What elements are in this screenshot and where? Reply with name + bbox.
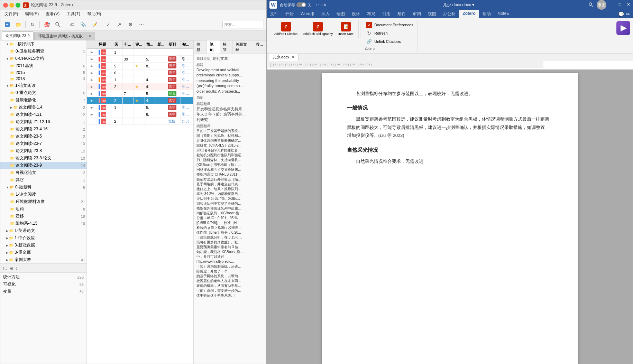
- add-edit-citation-btn[interactable]: Z Add/Edit Citation: [272, 21, 300, 37]
- sidebar-item-1-zhongjie[interactable]: ▶ 📁 1-中介效应: [0, 234, 86, 242]
- tab-huanjing[interactable]: 环境卫生学 第8版 - 杨克敌... ✕: [34, 32, 95, 40]
- tab-notes[interactable]: 笔记: [207, 40, 220, 54]
- autosave-toggle[interactable]: [296, 2, 306, 7]
- table-row[interactable]: ▶ PDF 1 5. 医学 引...: [87, 104, 193, 111]
- tab-mail[interactable]: 邮件: [394, 10, 409, 18]
- sidebar-item-2018[interactable]: 📁 2018 3: [0, 76, 86, 82]
- insert-note-btn[interactable]: 📝 Insert Note: [336, 21, 356, 37]
- col-impact[interactable]: 影...: [156, 40, 167, 48]
- tab-office[interactable]: 办公标: [440, 10, 459, 18]
- tab-word[interactable]: Word排: [297, 10, 318, 18]
- max-btn[interactable]: [16, 3, 20, 8]
- sidebar-item-0-zhongdian[interactable]: 📁 0-重点论文 6: [0, 89, 86, 96]
- tab-advanced[interactable]: 搜...: [253, 40, 266, 54]
- tab-design[interactable]: 设计: [348, 10, 364, 18]
- tag-keshihua[interactable]: 可视化 63: [2, 281, 85, 288]
- advanced-btn[interactable]: ⋯: [137, 20, 146, 29]
- maximize-btn[interactable]: □: [619, 2, 621, 8]
- table-row[interactable]: ▶ PDF 1: [87, 49, 193, 56]
- table-row[interactable]: ▶ PDF 0 医学 引...: [87, 69, 193, 76]
- tab-tags[interactable]: 标签: [220, 40, 233, 54]
- sync-btn[interactable]: ↻: [28, 20, 37, 29]
- sidebar-item-sort[interactable]: ▼ 📁 - 按行排序: [0, 40, 86, 48]
- table-row[interactable]: PDF 2 - 北核 知识...: [87, 118, 193, 125]
- sidebar-item-2015[interactable]: 📁 2015 5: [0, 69, 86, 76]
- table-row[interactable]: ▶ PDF 2 ★ 4. 医学: [87, 97, 193, 104]
- sidebar-item-charls[interactable]: ▼ 📂 0-CHARLS文档: [0, 55, 86, 62]
- find-btn[interactable]: [53, 20, 63, 29]
- sidebar-item-23-9[interactable]: 📁 论文阅读-23-9 14: [0, 162, 86, 169]
- sidebar-item-23-4[interactable]: 📁 论文阅读-23-4.16 2: [0, 125, 86, 133]
- sidebar-item-23-7[interactable]: 📁 论文阅读-23-7 10: [0, 140, 86, 147]
- sidebar-item-huanjing-suliao[interactable]: 📁 环境微塑料浓度 21: [0, 198, 86, 205]
- menu-file[interactable]: 文件(F): [2, 10, 21, 18]
- sidebar-item-3-xinguan[interactable]: ▶ 📁 3-新冠数据: [0, 242, 86, 249]
- export-btn[interactable]: ↗: [114, 20, 124, 29]
- menu-help[interactable]: 帮助(H): [84, 10, 104, 18]
- edit-btn[interactable]: ✏: [626, 11, 630, 17]
- refresh-btn[interactable]: ↻ Refresh: [365, 29, 415, 37]
- search-icon[interactable]: [588, 2, 594, 8]
- tab-zotero[interactable]: Zotero: [459, 10, 479, 18]
- sidebar-item-1-yingyu[interactable]: ▶ 📁 1-英语论文: [0, 227, 86, 234]
- sort-desc-btn[interactable]: ⊞: [9, 265, 13, 271]
- sidebar-item-0-weisheng[interactable]: 📁 0-卫生服务调查 1: [0, 48, 86, 55]
- close-btn[interactable]: [3, 3, 8, 8]
- tab-start[interactable]: 开始: [282, 10, 297, 18]
- col-title[interactable]: 标题: [97, 40, 113, 48]
- tab-related[interactable]: 关联文献: [233, 40, 253, 54]
- sort-asc-btn[interactable]: ↑↓: [2, 265, 7, 271]
- word-doc-tab-ersh[interactable]: 儿少.docx ✕: [268, 53, 299, 61]
- comment-btn[interactable]: 💬: [618, 11, 624, 17]
- unlink-citations-btn[interactable]: 🔗 Unlink Citations: [365, 38, 415, 45]
- sidebar-item-2011[interactable]: 📁 2011基线 6: [0, 62, 86, 69]
- attachment-btn[interactable]: 📎: [78, 20, 88, 29]
- sidebar-item-qita[interactable]: 📁 其它 1: [0, 176, 86, 184]
- table-row[interactable]: ▶ PDF 5 ★ 8. 医学 引...: [87, 63, 193, 69]
- tag-btn[interactable]: 🏷: [67, 20, 77, 29]
- tab-close-icon[interactable]: ✕: [88, 34, 91, 38]
- menu-view[interactable]: 查看(V): [43, 10, 62, 18]
- sidebar-item-23-8-lunwen[interactable]: 📁 论文阅读-23-8-论文... 10: [0, 155, 86, 162]
- tab-help[interactable]: 帮助: [479, 10, 494, 18]
- col-journal[interactable]: 期刊: [167, 40, 181, 48]
- sidebar-item-keshihua[interactable]: 📁 可视化论文 2: [0, 169, 86, 176]
- col-read[interactable]: 阅: [113, 40, 123, 48]
- tab-lunwen-23-9[interactable]: 论文阅读-23-9: [2, 31, 34, 40]
- table-row[interactable]: ▶ PDF 2 ★ 4. 医学 引...: [87, 83, 193, 90]
- tab-info[interactable]: 信息: [194, 40, 207, 54]
- sidebar-item-qianyi[interactable]: 📁 迁移 19: [0, 213, 86, 220]
- tab-view[interactable]: 视图: [424, 10, 440, 18]
- sidebar-item-1-4[interactable]: ▶ 📁 论文阅读-1.4 2: [0, 104, 86, 111]
- close-btn[interactable]: ✕: [627, 2, 630, 8]
- sidebar-item-23-8[interactable]: 📁 论文阅读-23-8 12: [0, 147, 86, 155]
- sidebar-item-naiyao[interactable]: 📁 耐药 8: [0, 205, 86, 213]
- tab-review[interactable]: 审阅: [409, 10, 424, 18]
- menu-edit[interactable]: 编辑(E): [22, 10, 42, 18]
- tab-draw[interactable]: 绘图: [333, 10, 348, 18]
- sidebar-item-0-suliao[interactable]: ▼ 📂 0-微塑料 6: [0, 184, 86, 191]
- minimize-btn[interactable]: －: [609, 2, 613, 8]
- prefs-btn[interactable]: ⚙: [126, 20, 135, 29]
- tag-tongji[interactable]: 统计方法 296: [2, 273, 85, 281]
- locate-btn[interactable]: 🎯: [42, 20, 52, 29]
- sidebar-item-3-zhongjianshu[interactable]: ▶ 📁 3-重金属: [0, 249, 86, 256]
- table-row[interactable]: ▶ PDF 1 4. 医学 引...: [87, 76, 193, 83]
- doc-prefs-btn[interactable]: Z Document Preferences: [365, 21, 415, 29]
- col-citations[interactable]: 引...: [123, 40, 134, 48]
- tab-insert[interactable]: 插入: [318, 10, 333, 18]
- word-doc-area[interactable]: 各测量指标分布均在参考范围以上，表现较好，无需改进。 一般情况 黑板宽距离参考范…: [267, 69, 633, 364]
- sidebar-item-23-5[interactable]: 📁 论文阅读-23-5 2: [0, 133, 86, 140]
- col-cited[interactable]: 被...: [181, 40, 193, 48]
- tag-bianliang[interactable]: 变量 34: [2, 288, 85, 295]
- doc-tab-close-icon[interactable]: ✕: [292, 55, 294, 59]
- tab-note[interactable]: NoteE: [494, 10, 513, 18]
- sidebar-item-anlida[interactable]: ▶ 📁 案例大赛 41: [0, 256, 86, 263]
- col-abstract[interactable]: 简...: [145, 40, 156, 48]
- menu-tools[interactable]: 工具(T): [64, 10, 83, 18]
- sidebar-item-xibao[interactable]: 📁 细胞系-4.15 16: [0, 220, 86, 227]
- check-btn[interactable]: ✓: [103, 20, 113, 29]
- new-item-btn[interactable]: +: [2, 20, 12, 29]
- search-input[interactable]: [222, 21, 264, 28]
- table-row[interactable]: ▶ PDF 39 5. 医学 引...: [87, 56, 193, 63]
